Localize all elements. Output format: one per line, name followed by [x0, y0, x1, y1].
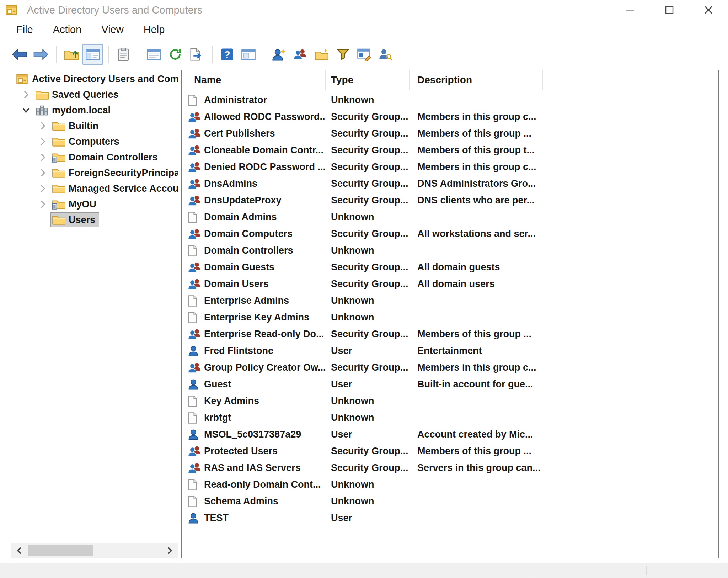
tree-item-managed-service-accounts[interactable]: Managed Service Accounts	[11, 181, 178, 196]
unknown-icon	[188, 479, 204, 491]
tree-item-saved-queries[interactable]: Saved Queries	[11, 87, 178, 102]
menu-help[interactable]: Help	[144, 24, 165, 36]
new-window-button[interactable]	[238, 44, 259, 65]
filter-icon	[337, 48, 349, 60]
row-name-label: DnsAdmins	[204, 178, 257, 189]
help-button[interactable]: ?	[217, 44, 237, 65]
tree-item-builtin[interactable]: Builtin	[11, 118, 178, 134]
cell-type: Security Group...	[326, 145, 410, 156]
tree-item-labelbox: MyOU	[51, 197, 100, 211]
domain-icon	[35, 105, 49, 116]
menu-action[interactable]: Action	[53, 24, 82, 36]
table-row[interactable]: AdministratorUnknown	[182, 92, 718, 108]
row-name-label: Cloneable Domain Contr...	[204, 145, 323, 156]
column-header-type[interactable]: Type	[326, 70, 410, 90]
table-row[interactable]: Domain GuestsSecurity Group...All domain…	[182, 259, 718, 276]
group-icon	[188, 228, 204, 240]
new-user-button[interactable]	[269, 44, 289, 65]
chevron-right-icon[interactable]	[34, 122, 51, 130]
table-row[interactable]: Read-only Domain Cont...Unknown	[182, 476, 718, 493]
folder-icon	[52, 214, 66, 225]
table-row[interactable]: Enterprise Key AdminsUnknown	[182, 309, 718, 326]
row-name-label: Group Policy Creator Ow...	[204, 362, 326, 373]
table-row[interactable]: Domain AdminsUnknown	[182, 209, 718, 226]
chevron-right-icon[interactable]	[34, 169, 51, 177]
back-button[interactable]	[9, 44, 30, 65]
close-button[interactable]	[689, 0, 728, 20]
folder-icon	[52, 183, 66, 194]
filter-button[interactable]	[333, 44, 353, 65]
table-row[interactable]: DnsAdminsSecurity Group...DNS Administra…	[182, 175, 718, 192]
table-row[interactable]: TESTUser	[182, 510, 718, 526]
tree-item-users[interactable]: Users	[11, 212, 178, 228]
row-name-label: Schema Admins	[204, 496, 278, 507]
export-list-button[interactable]	[186, 44, 207, 65]
tree-item-active-directory-users-and-computers[interactable]: Active Directory Users and Computers	[11, 71, 178, 87]
properties-button[interactable]	[113, 44, 134, 65]
chevron-right-icon[interactable]	[34, 200, 51, 208]
chevron-right-icon[interactable]	[34, 184, 51, 193]
table-row[interactable]: Domain UsersSecurity Group...All domain …	[182, 276, 718, 292]
table-row[interactable]: Domain ControllersUnknown	[182, 242, 718, 259]
policy-button[interactable]	[354, 44, 375, 65]
column-header-name[interactable]: Name	[182, 70, 326, 90]
table-row[interactable]: Fred FlintstoneUserEntertainment	[182, 343, 718, 359]
show-console-tree-button[interactable]	[82, 44, 103, 65]
table-row[interactable]: Denied RODC Password ...Security Group..…	[182, 159, 718, 175]
table-row[interactable]: Key AdminsUnknown	[182, 393, 718, 409]
tree-item-label: Builtin	[69, 121, 98, 132]
window-button[interactable]	[144, 44, 164, 65]
chevron-right-icon[interactable]	[34, 137, 51, 146]
table-row[interactable]: Domain ComputersSecurity Group...All wor…	[182, 226, 718, 242]
table-row[interactable]: Enterprise Read-only Do...Security Group…	[182, 326, 718, 343]
tree-item-foreignsecurityprincipals[interactable]: ForeignSecurityPrincipals	[11, 165, 178, 181]
new-window-icon	[241, 48, 256, 60]
table-row[interactable]: Allowed RODC Password...Security Group..…	[182, 108, 718, 125]
tree-item-mydom-local[interactable]: mydom.local	[11, 102, 178, 118]
ou-folder-icon	[52, 152, 66, 163]
cell-name: TEST	[182, 513, 326, 524]
user-icon	[188, 429, 204, 440]
table-row[interactable]: Schema AdminsUnknown	[182, 493, 718, 510]
tree-item-domain-controllers[interactable]: Domain Controllers	[11, 149, 178, 165]
up-level-icon	[64, 48, 79, 61]
menu-view[interactable]: View	[101, 24, 123, 36]
tree-horizontal-scrollbar[interactable]	[11, 543, 178, 558]
table-row[interactable]: Cert PublishersSecurity Group...Members …	[182, 125, 718, 142]
scroll-right-arrow-icon[interactable]	[162, 543, 178, 558]
new-ou-button[interactable]	[311, 44, 332, 65]
table-row[interactable]: krbtgtUnknown	[182, 409, 718, 426]
minimize-button[interactable]	[611, 0, 650, 20]
cell-name: Enterprise Admins	[182, 295, 326, 307]
menu-file[interactable]: File	[16, 24, 33, 36]
table-row[interactable]: Enterprise AdminsUnknown	[182, 292, 718, 309]
scroll-left-arrow-icon[interactable]	[11, 543, 27, 558]
table-row[interactable]: Cloneable Domain Contr...Security Group.…	[182, 142, 718, 159]
chevron-right-icon[interactable]	[18, 90, 34, 99]
chevron-right-icon[interactable]	[34, 153, 51, 161]
scrollbar-thumb[interactable]	[28, 545, 93, 556]
column-header-description[interactable]: Description	[410, 70, 543, 90]
aduc-window: { "window": { "title": "Active Directory…	[0, 0, 728, 578]
table-row[interactable]: Protected UsersSecurity Group...Members …	[182, 443, 718, 460]
row-name-label: Enterprise Admins	[204, 295, 289, 306]
minimize-icon	[625, 4, 636, 16]
tree-item-labelbox: mydom.local	[34, 103, 114, 117]
tree-item-myou[interactable]: MyOU	[11, 196, 178, 212]
new-group-button[interactable]	[290, 44, 311, 65]
table-row[interactable]: DnsUpdateProxySecurity Group...DNS clien…	[182, 192, 718, 209]
maximize-button[interactable]	[650, 0, 689, 20]
table-row[interactable]: Group Policy Creator Ow...Security Group…	[182, 359, 718, 376]
table-row[interactable]: RAS and IAS ServersSecurity Group...Serv…	[182, 460, 718, 476]
table-row[interactable]: GuestUserBuilt-in account for gue...	[182, 376, 718, 393]
forward-button[interactable]	[31, 44, 51, 65]
find-button[interactable]	[375, 44, 396, 65]
cell-type: Unknown	[326, 295, 410, 306]
policy-icon	[357, 48, 372, 61]
refresh-button[interactable]	[165, 44, 186, 65]
up-level-button[interactable]	[61, 44, 82, 65]
table-row[interactable]: MSOL_5c0317387a29UserAccount created by …	[182, 426, 718, 443]
chevron-down-icon[interactable]	[18, 107, 34, 113]
tree-item-computers[interactable]: Computers	[11, 134, 178, 149]
cell-description: All workstations and ser...	[410, 228, 659, 239]
